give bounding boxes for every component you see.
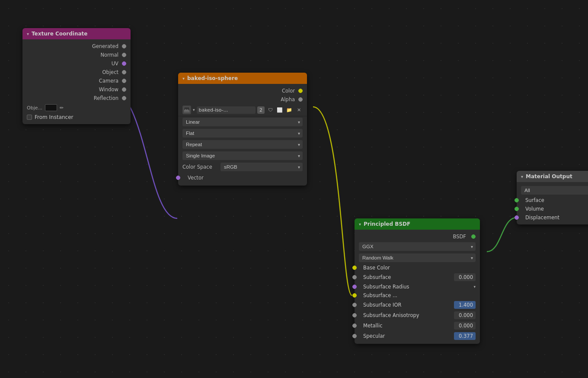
generated-label: Generated bbox=[27, 43, 122, 49]
metallic-value[interactable]: 0.000 bbox=[454, 322, 476, 330]
pipette-icon[interactable]: ✏ bbox=[60, 105, 64, 111]
copy-icon-btn[interactable]: ⬜ bbox=[276, 106, 284, 114]
surface-input-label: Surface bbox=[521, 197, 588, 203]
displacement-input-row: Displacement bbox=[517, 213, 588, 222]
object-socket[interactable] bbox=[122, 70, 126, 74]
principled-bsdf-title: Principled BSDF bbox=[364, 221, 410, 227]
vector-input-socket[interactable] bbox=[176, 176, 180, 180]
projection-row: Flat Box Sphere Tube bbox=[178, 128, 307, 139]
material-output-header[interactable]: ▾ Material Output bbox=[517, 171, 588, 182]
subsurface-method-select[interactable]: Random Walk Christensen-Burley Random Wa… bbox=[359, 253, 476, 262]
interpolation-select[interactable]: Linear Closest Cubic Smart bbox=[182, 118, 303, 126]
collapse-chevron-output: ▾ bbox=[521, 174, 523, 179]
specular-socket[interactable] bbox=[352, 334, 357, 338]
collapse-chevron: ▾ bbox=[27, 32, 29, 36]
extension-select-wrapper: Repeat Extend Clip Mirror bbox=[182, 140, 303, 149]
alpha-output-socket[interactable] bbox=[298, 97, 303, 102]
surface-input-socket[interactable] bbox=[514, 198, 519, 202]
material-output-node: ▾ Material Output All Cycles EEVEE Surfa… bbox=[517, 171, 588, 224]
vector-label: Vector bbox=[182, 175, 204, 181]
interpolation-select-wrapper: Linear Closest Cubic Smart bbox=[182, 118, 303, 126]
distribution-select-wrapper: GGX Multiscatter GGX bbox=[359, 242, 476, 251]
subsurface-value[interactable]: 0.000 bbox=[454, 273, 476, 281]
from-instancer-checkbox[interactable] bbox=[27, 115, 32, 120]
color-space-select-wrapper: sRGB Linear Non-Color bbox=[220, 163, 303, 171]
color-output-row: Color bbox=[178, 86, 307, 95]
target-row: All Cycles EEVEE bbox=[517, 185, 588, 196]
shield-icon-btn[interactable]: 🛡 bbox=[266, 106, 274, 114]
specular-row: Specular 0.377 bbox=[355, 331, 480, 341]
subsurface-color-label: Subsurface ... bbox=[359, 292, 476, 298]
subsurface-ior-row: Subsurface IOR 1.400 bbox=[355, 300, 480, 310]
texture-coordinate-body: Generated Normal UV Object Camera Window… bbox=[22, 39, 131, 124]
principled-bsdf-header[interactable]: ▾ Principled BSDF bbox=[355, 218, 480, 230]
base-color-socket[interactable] bbox=[352, 266, 357, 270]
alpha-output-row: Alpha bbox=[178, 95, 307, 104]
displacement-input-socket[interactable] bbox=[514, 215, 519, 220]
source-select[interactable]: Single Image Tiled UDIM Tiles bbox=[182, 151, 303, 160]
color-output-label: Color bbox=[182, 88, 298, 94]
subsurface-ior-socket[interactable] bbox=[352, 303, 357, 307]
bsdf-output-socket[interactable] bbox=[471, 234, 476, 239]
color-output-socket[interactable] bbox=[298, 89, 303, 93]
base-color-row: Base Color bbox=[355, 263, 480, 272]
projection-select[interactable]: Flat Box Sphere Tube bbox=[182, 129, 303, 138]
window-label: Window bbox=[27, 86, 122, 93]
texture-coordinate-node: ▾ Texture Coordinate Generated Normal UV… bbox=[22, 28, 131, 124]
distribution-row: GGX Multiscatter GGX bbox=[355, 241, 480, 252]
obj-label: Obje... bbox=[27, 105, 42, 111]
uv-label: UV bbox=[27, 61, 122, 67]
dropdown-arrow-img: ▾ bbox=[193, 108, 195, 112]
subsurface-radius-row: Subsurface Radius ▾ bbox=[355, 282, 480, 291]
close-icon-btn[interactable]: ✕ bbox=[295, 106, 303, 114]
subsurface-anisotropy-value[interactable]: 0.000 bbox=[454, 311, 476, 319]
from-instancer-label: From Instancer bbox=[35, 114, 74, 120]
alpha-output-label: Alpha bbox=[182, 96, 298, 103]
output-reflection: Reflection bbox=[22, 94, 131, 103]
image-icon bbox=[182, 106, 191, 114]
principled-bsdf-body: BSDF GGX Multiscatter GGX Random Walk Ch… bbox=[355, 230, 480, 344]
color-space-select[interactable]: sRGB Linear Non-Color bbox=[220, 163, 303, 171]
uv-socket[interactable] bbox=[122, 61, 126, 66]
subsurface-method-select-wrapper: Random Walk Christensen-Burley Random Wa… bbox=[359, 253, 476, 262]
window-socket[interactable] bbox=[122, 87, 126, 92]
subsurface-radius-socket[interactable] bbox=[352, 285, 357, 289]
baked-iso-header[interactable]: ▾ baked-iso-sphere bbox=[178, 73, 307, 84]
volume-input-socket[interactable] bbox=[514, 207, 519, 211]
subsurface-anisotropy-socket[interactable] bbox=[352, 313, 357, 317]
reflection-socket[interactable] bbox=[122, 96, 126, 100]
normal-socket[interactable] bbox=[122, 53, 126, 57]
projection-select-wrapper: Flat Box Sphere Tube bbox=[182, 129, 303, 138]
reflection-label: Reflection bbox=[27, 95, 122, 101]
generated-socket[interactable] bbox=[122, 44, 126, 48]
color-space-label: Color Space bbox=[182, 164, 217, 170]
baked-iso-title: baked-iso-sphere bbox=[187, 75, 238, 81]
specular-value[interactable]: 0.377 bbox=[454, 332, 476, 340]
subsurface-label: Subsurface bbox=[359, 274, 454, 280]
camera-socket[interactable] bbox=[122, 79, 126, 83]
extension-row: Repeat Extend Clip Mirror bbox=[178, 139, 307, 150]
output-uv: UV bbox=[22, 59, 131, 68]
volume-input-row: Volume bbox=[517, 205, 588, 213]
output-camera: Camera bbox=[22, 77, 131, 85]
image-name[interactable]: baked-iso-... bbox=[197, 106, 256, 114]
specular-label: Specular bbox=[359, 333, 454, 339]
camera-label: Camera bbox=[27, 78, 122, 84]
source-select-wrapper: Single Image Tiled UDIM Tiles bbox=[182, 151, 303, 160]
output-normal: Normal bbox=[22, 51, 131, 59]
obj-swatch[interactable] bbox=[45, 104, 57, 111]
subsurface-ior-label: Subsurface IOR bbox=[359, 302, 454, 308]
subsurface-socket[interactable] bbox=[352, 275, 357, 279]
metallic-socket[interactable] bbox=[352, 324, 357, 328]
subsurface-row: Subsurface 0.000 bbox=[355, 272, 480, 282]
bsdf-output-row: BSDF bbox=[355, 232, 480, 241]
subsurface-color-socket[interactable] bbox=[352, 293, 357, 298]
folder-icon-btn[interactable]: 📁 bbox=[285, 106, 293, 114]
texture-coordinate-header[interactable]: ▾ Texture Coordinate bbox=[22, 28, 131, 39]
subsurface-ior-value[interactable]: 1.400 bbox=[454, 301, 476, 309]
distribution-select[interactable]: GGX Multiscatter GGX bbox=[359, 242, 476, 251]
object-label: Object bbox=[27, 69, 122, 75]
extension-select[interactable]: Repeat Extend Clip Mirror bbox=[182, 140, 303, 149]
target-select[interactable]: All Cycles EEVEE bbox=[521, 186, 588, 195]
output-window: Window bbox=[22, 85, 131, 94]
